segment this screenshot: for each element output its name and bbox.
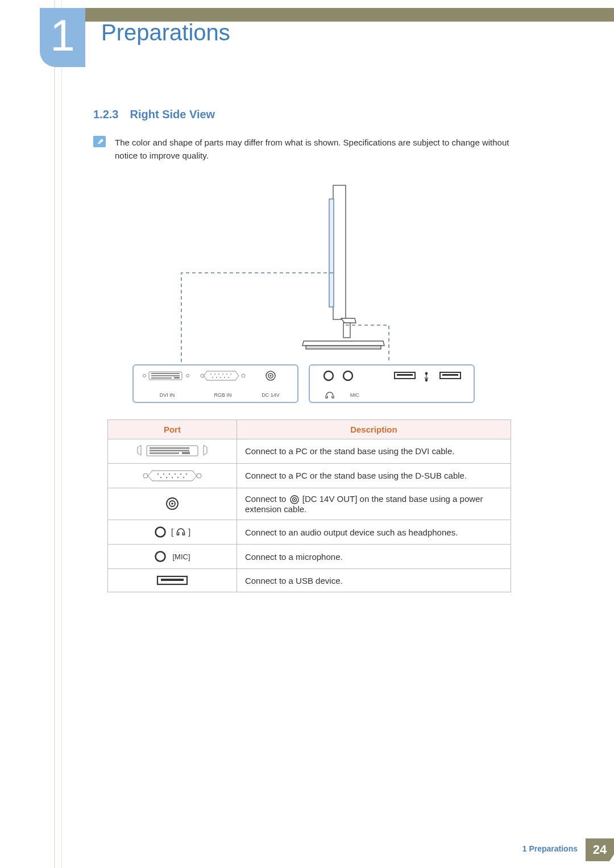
margin-line <box>61 0 62 868</box>
port-usb-icon <box>108 569 237 592</box>
svg-point-54 <box>172 476 173 478</box>
chapter-badge: 1 <box>40 8 85 67</box>
svg-rect-7 <box>151 373 180 374</box>
side-view-diagram: DVI IN RGB IN DC 14V MIC <box>116 182 503 412</box>
svg-point-45 <box>197 474 201 478</box>
svg-rect-9 <box>151 377 172 379</box>
desc-dsub: Connect to a PC or the stand base using … <box>237 463 511 488</box>
svg-rect-1 <box>329 199 334 307</box>
page-footer: 1 Preparations 24 <box>522 838 614 861</box>
section-number: 1.2.3 <box>93 108 118 121</box>
section-heading: 1.2.3Right Side View <box>93 108 525 121</box>
svg-rect-42 <box>150 452 179 454</box>
th-port: Port <box>108 420 237 439</box>
svg-point-52 <box>160 476 162 478</box>
note-text: The color and shape of parts may differ … <box>115 136 525 163</box>
svg-point-15 <box>218 373 219 375</box>
svg-point-64 <box>156 552 165 562</box>
chapter-title: Preparations <box>101 20 230 45</box>
svg-point-23 <box>228 377 229 378</box>
label-rgb-in: RGB IN <box>214 392 231 398</box>
desc-mic: Connect to a microphone. <box>237 545 511 569</box>
svg-point-22 <box>224 377 225 378</box>
svg-point-59 <box>171 502 173 505</box>
svg-point-55 <box>177 476 179 478</box>
svg-point-21 <box>220 377 221 378</box>
content-area: 1.2.3Right Side View The color and shape… <box>93 108 525 592</box>
desc-dvi: Connect to a PC or the stand base using … <box>237 439 511 463</box>
svg-rect-10 <box>174 377 180 379</box>
desc-headphone: Connect to an audio output device such a… <box>237 520 511 545</box>
svg-point-16 <box>222 373 223 375</box>
section-title: Right Side View <box>130 108 215 121</box>
svg-rect-3 <box>306 346 381 349</box>
svg-point-50 <box>180 473 182 475</box>
port-mic-label: [MIC] <box>172 553 190 561</box>
svg-point-20 <box>216 377 217 378</box>
th-description: Description <box>237 420 511 439</box>
table-row: [ ] Connect to an audio output device su… <box>108 520 511 545</box>
footer-chapter-ref: 1 Preparations <box>522 838 586 861</box>
svg-point-47 <box>163 473 165 475</box>
svg-point-63 <box>155 528 165 537</box>
svg-point-51 <box>186 473 188 475</box>
note-row: The color and shape of parts may differ … <box>93 136 525 163</box>
svg-point-48 <box>169 473 171 475</box>
pencil-icon <box>93 136 106 147</box>
svg-point-17 <box>226 373 227 375</box>
table-row: Connect to a PC or the stand base using … <box>108 463 511 488</box>
svg-point-13 <box>210 373 211 375</box>
svg-point-19 <box>212 377 213 378</box>
chapter-number: 1 <box>50 13 74 57</box>
svg-point-27 <box>269 375 271 376</box>
svg-point-36 <box>425 379 427 381</box>
table-row: Connect to a PC or the stand base using … <box>108 439 511 463</box>
desc-usb: Connect to a USB device. <box>237 569 511 592</box>
ports-table: Port Description Connect to a PC or the … <box>107 420 511 593</box>
label-dc14v: DC 14V <box>262 392 280 398</box>
port-dsub-icon <box>108 463 237 488</box>
svg-point-44 <box>143 474 148 478</box>
footer-page-number: 24 <box>586 838 614 861</box>
svg-rect-41 <box>150 450 189 451</box>
svg-marker-37 <box>138 445 141 455</box>
svg-rect-66 <box>161 579 184 581</box>
port-dc-icon <box>108 488 237 520</box>
svg-rect-40 <box>150 447 189 449</box>
dc-inline-icon <box>290 495 299 504</box>
desc-dc: Connect to [DC 14V OUT] on the stand bas… <box>237 488 511 520</box>
svg-point-18 <box>230 373 231 375</box>
svg-point-56 <box>183 476 185 478</box>
table-row: Connect to a USB device. <box>108 569 511 592</box>
svg-rect-32 <box>397 374 413 376</box>
svg-rect-8 <box>151 375 180 376</box>
svg-rect-43 <box>182 452 190 454</box>
svg-marker-38 <box>204 445 207 455</box>
table-row: Connect to [DC 14V OUT] on the stand bas… <box>108 488 511 520</box>
svg-point-49 <box>175 473 176 475</box>
svg-rect-34 <box>442 374 458 376</box>
svg-point-53 <box>166 476 168 478</box>
label-dvi-in: DVI IN <box>160 392 175 398</box>
svg-point-46 <box>157 473 159 475</box>
svg-point-62 <box>293 499 294 500</box>
port-mic-icon: [MIC] <box>108 545 237 569</box>
table-row: [MIC] Connect to a microphone. <box>108 545 511 569</box>
svg-rect-0 <box>333 185 346 319</box>
label-mic: MIC <box>350 392 360 398</box>
port-dvi-icon <box>108 439 237 463</box>
svg-point-14 <box>214 373 215 375</box>
port-headphone-icon: [ ] <box>108 520 237 545</box>
